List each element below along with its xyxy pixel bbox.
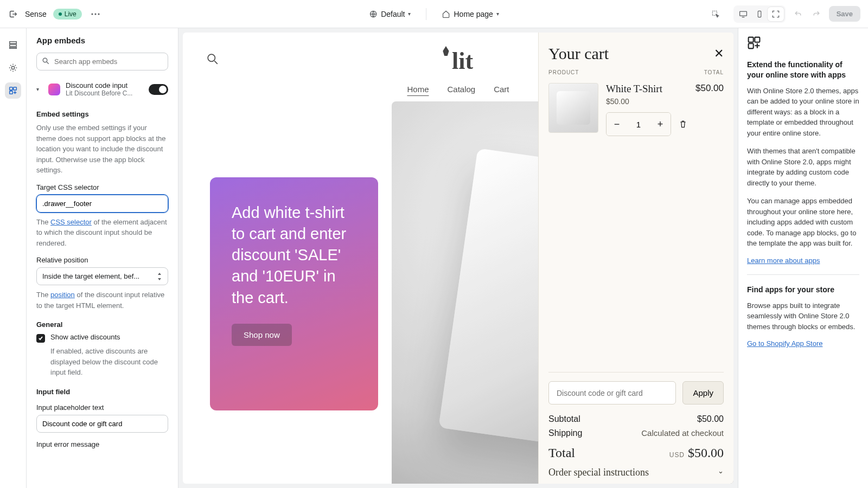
help-show-active: If enabled, active discounts are display…	[50, 346, 168, 378]
order-special-label[interactable]: Order special instructions	[548, 467, 649, 478]
total-currency: USD	[669, 451, 685, 459]
svg-rect-11	[10, 87, 12, 90]
show-active-checkbox[interactable]	[36, 334, 45, 343]
svg-point-0	[91, 13, 93, 15]
placeholder-text-input[interactable]	[36, 415, 168, 433]
store-preview[interactable]: lit Home Catalog Cart Add white t-shirt …	[183, 33, 733, 484]
relative-position-select[interactable]: Inside the target element, bef...	[36, 267, 168, 285]
embed-toggle[interactable]	[149, 84, 168, 95]
exit-editor-button[interactable]	[8, 9, 18, 20]
app-icon	[48, 84, 60, 95]
learn-more-link[interactable]: Learn more about apps	[747, 256, 820, 265]
label-target-selector: Target CSS selector	[36, 183, 168, 191]
total-label: Total	[548, 446, 575, 460]
svg-rect-8	[10, 44, 17, 47]
cart-item: White T-Shirt $50.00 $50.00 − +	[548, 83, 724, 136]
nav-cart[interactable]: Cart	[494, 85, 509, 94]
rail-sections-button[interactable]	[5, 37, 21, 53]
label-error-message: Input error message	[36, 440, 168, 448]
svg-point-10	[11, 66, 14, 69]
more-menu-button[interactable]	[88, 7, 103, 21]
cart-item-title: White T-Shirt	[606, 83, 662, 95]
topbar: Sense Live Default ▾ Home page ▾ Save	[0, 0, 868, 28]
flame-icon	[442, 46, 450, 56]
cart-item-image	[548, 83, 598, 133]
shipping-label: Shipping	[548, 428, 582, 438]
inspector-button[interactable]	[707, 7, 724, 21]
nav-catalog[interactable]: Catalog	[447, 85, 475, 94]
qty-decrement-button[interactable]: −	[607, 113, 627, 136]
apply-button[interactable]: Apply	[682, 381, 724, 404]
save-button[interactable]: Save	[829, 6, 860, 22]
undo-button[interactable]	[792, 8, 804, 20]
shop-now-button[interactable]: Shop now	[232, 324, 292, 346]
embed-subtitle: Lit Discount Before C...	[66, 89, 143, 97]
search-icon	[42, 57, 50, 65]
extend-p2: With themes that aren't compatible with …	[747, 146, 859, 188]
info-panel: Extend the functionality of your online …	[738, 28, 868, 488]
globe-icon	[369, 10, 378, 18]
show-active-label: Show active discounts	[50, 333, 120, 341]
select-chevron-icon	[157, 273, 162, 280]
chevron-down-icon[interactable]: ▾	[36, 86, 43, 92]
mobile-view-button[interactable]	[751, 7, 768, 21]
store-search-icon[interactable]	[207, 53, 219, 65]
settings-panel: App embeds ▾ Discount code input Lit Dis…	[27, 28, 178, 488]
rail-settings-button[interactable]	[5, 60, 21, 76]
redo-button[interactable]	[810, 8, 822, 20]
fullscreen-view-button[interactable]	[768, 7, 784, 21]
shipping-value: Calculated at checkout	[641, 428, 724, 438]
page-dropdown[interactable]: Home page ▾	[442, 10, 499, 18]
position-link[interactable]: position	[50, 291, 75, 299]
svg-rect-7	[10, 42, 17, 44]
svg-rect-9	[10, 48, 17, 49]
close-cart-button[interactable]: ✕	[714, 47, 724, 61]
rail-app-embeds-button[interactable]	[5, 82, 21, 99]
qty-input[interactable]	[627, 113, 650, 136]
chevron-down-icon: ▾	[408, 11, 411, 17]
total-value: $50.00	[688, 446, 724, 460]
nav-home[interactable]: Home	[407, 85, 429, 94]
hero-text: Add white t-shirt to cart and enter disc…	[232, 202, 356, 309]
extend-p3: You can manage apps embedded throughout …	[747, 196, 859, 249]
embed-item[interactable]: ▾ Discount code input Lit Discount Befor…	[33, 78, 171, 100]
desktop-view-button[interactable]	[735, 7, 751, 21]
help-css-selector: The CSS selector of the element adjacent…	[36, 217, 168, 249]
search-input[interactable]	[36, 53, 168, 70]
extend-p1: With Online Store 2.0 themes, apps can b…	[747, 86, 859, 139]
app-store-link[interactable]: Go to Shopify App Store	[747, 339, 822, 348]
svg-rect-18	[749, 43, 754, 48]
preview-canvas: lit Home Catalog Cart Add white t-shirt …	[178, 28, 738, 488]
cart-item-line-total: $50.00	[695, 83, 724, 97]
label-placeholder-text: Input placeholder text	[36, 403, 168, 412]
cart-item-price: $50.00	[606, 97, 724, 106]
section-general: General	[36, 320, 168, 329]
left-rail	[0, 28, 27, 488]
find-apps-title: Find apps for your store	[747, 285, 859, 295]
target-selector-input[interactable]	[36, 195, 168, 213]
find-apps-p: Browse apps built to integrate seamlessl…	[747, 300, 859, 332]
cart-title: Your cart	[548, 44, 609, 63]
css-selector-link[interactable]: CSS selector	[50, 218, 92, 226]
svg-rect-17	[755, 37, 760, 42]
col-product: PRODUCT	[548, 69, 579, 75]
svg-point-14	[43, 58, 47, 62]
home-icon	[442, 10, 450, 18]
cart-drawer: Your cart ✕ PRODUCT TOTAL White T-Shirt …	[538, 33, 733, 484]
embed-title: Discount code input	[66, 81, 143, 89]
discount-input[interactable]	[548, 381, 676, 404]
panel-title: App embeds	[27, 28, 178, 53]
qty-increment-button[interactable]: +	[650, 113, 671, 136]
svg-rect-13	[10, 91, 12, 94]
subtotal-label: Subtotal	[548, 414, 580, 424]
search-field[interactable]	[36, 53, 168, 70]
remove-item-button[interactable]	[679, 119, 687, 129]
help-embed-settings: Only use the embed settings if your them…	[36, 123, 168, 176]
section-embed-settings: Embed settings	[36, 110, 168, 118]
live-badge: Live	[53, 9, 82, 20]
store-logo: lit	[443, 47, 473, 75]
svg-point-1	[94, 13, 96, 15]
chevron-down-icon[interactable]: ⌄	[718, 467, 724, 478]
context-dropdown[interactable]: Default ▾	[369, 10, 411, 18]
theme-name: Sense	[25, 10, 47, 18]
